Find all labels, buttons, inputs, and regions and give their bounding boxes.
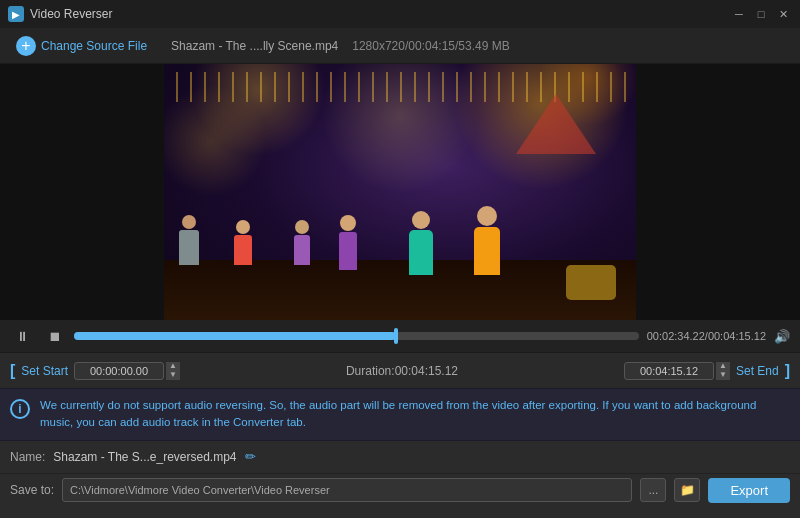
hay-bale [566,265,616,300]
end-time-down[interactable]: ▼ [716,371,730,380]
figure-1 [179,215,199,265]
name-row: Name: Shazam - The S...e_reversed.mp4 ✏ [0,441,800,473]
save-to-label: Save to: [10,483,54,497]
stop-button[interactable]: ⏹ [42,324,66,348]
figure-5 [409,211,433,275]
end-time-group: ▲ ▼ [624,362,730,380]
info-text-content: We currently do not support audio revers… [40,399,756,428]
save-row: Save to: C:\Vidmore\Vidmore Video Conver… [0,473,800,507]
end-time-spinners: ▲ ▼ [716,362,730,380]
title-left: ▶ Video Reverser [8,6,113,22]
figure-6 [474,206,500,275]
figure-4 [339,215,357,270]
end-bracket: ] [785,362,790,380]
app-icon: ▶ [8,6,24,22]
end-time-input[interactable] [624,362,714,380]
video-area [0,64,800,320]
set-start-button[interactable]: Set Start [21,364,68,378]
start-bracket: [ [10,362,15,380]
video-thumbnail [164,64,636,320]
window-controls: ─ □ ✕ [730,7,792,21]
name-label: Name: [10,450,45,464]
progress-bar[interactable] [74,332,639,340]
maximize-button[interactable]: □ [752,7,770,21]
change-source-label: Change Source File [41,39,147,53]
file-meta: 1280x720/00:04:15/53.49 MB [352,39,509,53]
save-path-display: C:\Vidmore\Vidmore Video Converter\Video… [62,478,632,502]
figure-3 [294,220,310,265]
more-options-button[interactable]: ... [640,478,666,502]
plus-circle-icon: + [16,36,36,56]
export-button[interactable]: Export [708,478,790,503]
start-time-group: ▲ ▼ [74,362,180,380]
figure-2 [234,220,252,265]
name-value: Shazam - The S...e_reversed.mp4 [53,450,236,464]
start-time-input[interactable] [74,362,164,380]
info-message: We currently do not support audio revers… [40,397,790,432]
volume-icon[interactable]: 🔊 [774,329,790,344]
browse-folder-button[interactable]: 📁 [674,478,700,502]
edit-name-icon[interactable]: ✏ [245,449,256,464]
stop-icon: ⏹ [48,329,61,344]
change-source-button[interactable]: + Change Source File [10,32,153,60]
toolbar: + Change Source File Shazam - The ....ll… [0,28,800,64]
close-button[interactable]: ✕ [774,7,792,21]
minimize-button[interactable]: ─ [730,7,748,21]
pause-icon: ⏸ [16,329,29,344]
trim-controls: [ Set Start ▲ ▼ Duration:00:04:15.12 ▲ ▼… [0,352,800,388]
playback-controls: ⏸ ⏹ 00:02:34.22/00:04:15.12 🔊 [0,320,800,352]
duration-label: Duration:00:04:15.12 [186,364,618,378]
progress-thumb [394,328,398,344]
info-bar: i We currently do not support audio reve… [0,388,800,441]
start-time-spinners: ▲ ▼ [166,362,180,380]
info-icon: i [10,399,30,419]
title-bar: ▶ Video Reverser ─ □ ✕ [0,0,800,28]
progress-fill [74,332,396,340]
file-name: Shazam - The ....lly Scene.mp4 [171,39,338,53]
time-display: 00:02:34.22/00:04:15.12 [647,330,766,342]
pause-button[interactable]: ⏸ [10,324,34,348]
app-title: Video Reverser [30,7,113,21]
tent [516,94,596,154]
set-end-button[interactable]: Set End [736,364,779,378]
start-time-down[interactable]: ▼ [166,371,180,380]
